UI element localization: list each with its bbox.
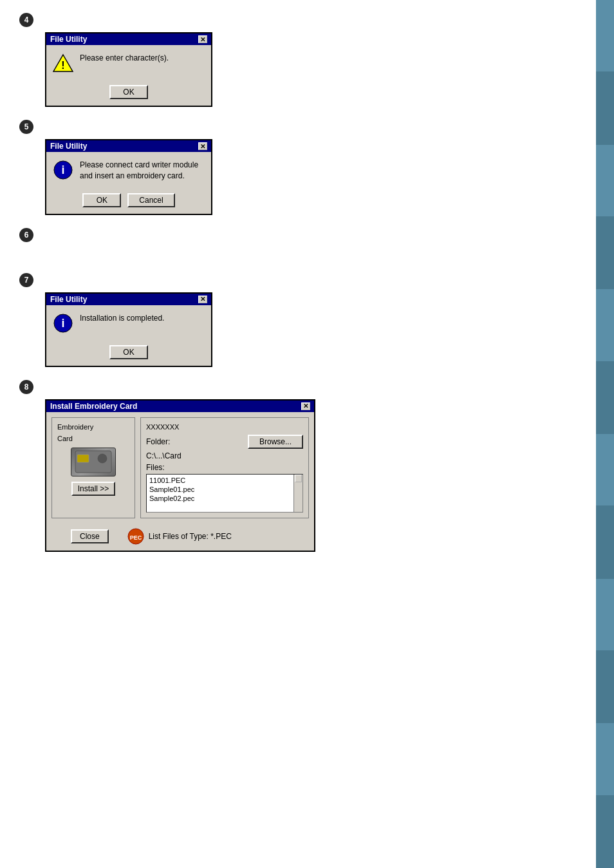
step-number-4: 4 <box>19 13 33 27</box>
main-content: 4 File Utility ✕ ! Please enter characte… <box>0 0 596 868</box>
folder-label: Folder: <box>146 437 170 446</box>
files-label: Files: <box>146 463 303 472</box>
dialog-message-step4: Please enter character(s). <box>80 53 205 64</box>
close-button-install[interactable]: ✕ <box>301 402 310 410</box>
dialog-title-text-step7: File Utility <box>50 295 87 304</box>
dialog-buttons-step5: OK Cancel <box>46 189 211 214</box>
folder-path: C:\...\Card <box>146 451 303 460</box>
dialog-body-step5: i Please connect card writer module and … <box>46 152 211 189</box>
dialog-step4: File Utility ✕ ! Please enter character(… <box>45 32 212 107</box>
sidebar-seg-2 <box>596 72 614 144</box>
ok-button-step4[interactable]: OK <box>109 85 148 99</box>
install-body: Embroidery Card Install >> <box>46 412 314 524</box>
sidebar-seg-12 <box>596 796 614 868</box>
step-number-5: 5 <box>19 120 33 134</box>
dialog-step7: File Utility ✕ i Installation is complet… <box>45 292 212 367</box>
cancel-button-step5[interactable]: Cancel <box>127 193 174 207</box>
step-number-7: 7 <box>19 273 33 287</box>
info-icon-step5: i <box>53 160 73 180</box>
dialog-step5: File Utility ✕ i Please connect card wri… <box>45 139 212 215</box>
info-icon-step7: i <box>53 313 73 334</box>
dialog-buttons-step7: OK <box>46 341 211 366</box>
install-dialog-title-step8: Install Embroidery Card ✕ <box>46 401 314 412</box>
dialog-title-text-step5: File Utility <box>50 142 87 151</box>
svg-point-8 <box>98 454 107 463</box>
svg-text:PEC: PEC <box>129 534 142 541</box>
svg-rect-7 <box>77 455 89 462</box>
install-dialog-title-text: Install Embroidery Card <box>50 402 137 411</box>
browse-button[interactable]: Browse... <box>248 435 303 449</box>
sidebar-seg-5 <box>596 289 614 361</box>
dialog-message-step5: Please connect card writer module and in… <box>80 160 205 182</box>
install-right-panel: XXXXXXX Folder: Browse... C:\...\Card Fi… <box>140 417 309 518</box>
step-number-8: 8 <box>19 380 33 394</box>
close-button-step7[interactable]: ✕ <box>198 296 207 303</box>
step-6: 6 <box>19 228 577 247</box>
dialog-title-text-step4: File Utility <box>50 35 87 44</box>
install-footer: Close PEC List Files of Type: *.PEC <box>46 524 314 551</box>
close-button-step5[interactable]: ✕ <box>198 142 207 150</box>
card-label: Card <box>57 435 129 442</box>
card-image <box>71 448 116 476</box>
install-button[interactable]: Install >> <box>71 482 116 496</box>
xxxxxxx-label: XXXXXXX <box>146 423 303 431</box>
close-button-step4[interactable]: ✕ <box>198 35 207 43</box>
folder-row: Folder: Browse... <box>146 435 303 449</box>
sidebar-seg-11 <box>596 723 614 795</box>
install-left-panel: Embroidery Card Install >> <box>51 417 135 518</box>
dialog-message-step7: Installation is completed. <box>80 313 205 324</box>
sidebar-seg-1 <box>596 0 614 72</box>
step-7: 7 File Utility ✕ i Installation is compl… <box>19 273 577 367</box>
ok-button-step5[interactable]: OK <box>82 193 121 207</box>
dialog-body-step7: i Installation is completed. <box>46 305 211 341</box>
ok-button-step7[interactable]: OK <box>109 345 148 359</box>
step-number-6: 6 <box>19 228 33 242</box>
step-8: 8 Install Embroidery Card ✕ Embroidery C… <box>19 380 577 552</box>
sidebar-seg-10 <box>596 651 614 723</box>
dialog-title-step4: File Utility ✕ <box>46 33 211 45</box>
file-type-label: List Files of Type: *.PEC <box>149 532 232 541</box>
sidebar-seg-4 <box>596 217 614 289</box>
install-dialog-step8: Install Embroidery Card ✕ Embroidery Car… <box>45 399 315 552</box>
sidebar-seg-8 <box>596 506 614 578</box>
svg-text:i: i <box>61 164 64 176</box>
file-type-icon: PEC List Files of Type: *.PEC <box>127 527 232 545</box>
svg-text:!: ! <box>61 60 64 71</box>
sidebar-seg-3 <box>596 145 614 217</box>
right-sidebar <box>596 0 614 868</box>
dialog-title-step5: File Utility ✕ <box>46 140 211 152</box>
file-item-2: Sample01.pec <box>148 485 301 494</box>
close-install-button[interactable]: Close <box>71 529 109 543</box>
svg-text:i: i <box>61 317 64 330</box>
sidebar-seg-7 <box>596 434 614 506</box>
step-4: 4 File Utility ✕ ! Please enter characte… <box>19 13 577 107</box>
dialog-body-step4: ! Please enter character(s). <box>46 45 211 81</box>
sidebar-seg-9 <box>596 579 614 651</box>
embroidery-label: Embroidery <box>57 423 129 431</box>
warning-icon-step4: ! <box>53 53 73 73</box>
dialog-title-step7: File Utility ✕ <box>46 294 211 305</box>
files-scrollbar[interactable] <box>293 475 302 512</box>
sidebar-seg-6 <box>596 362 614 434</box>
dialog-buttons-step4: OK <box>46 81 211 106</box>
step-5: 5 File Utility ✕ i Please connect card w… <box>19 120 577 215</box>
files-list[interactable]: 11001.PEC Sample01.pec Sample02.pec <box>146 474 303 513</box>
file-item-1: 11001.PEC <box>148 476 301 485</box>
file-item-3: Sample02.pec <box>148 494 301 503</box>
